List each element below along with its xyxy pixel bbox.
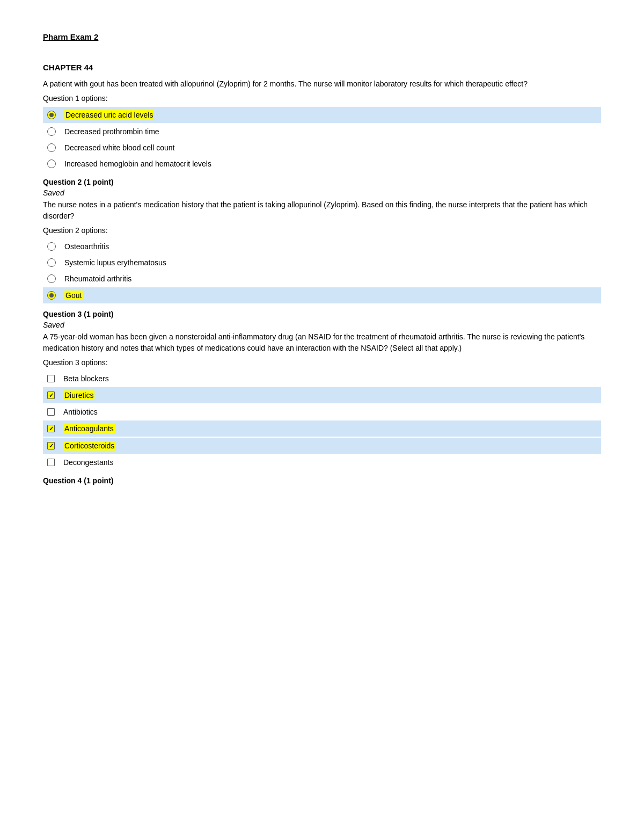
question3-option6-row[interactable]: Decongestants	[43, 455, 601, 470]
question1-radio1[interactable]	[47, 111, 56, 119]
question2-radio2[interactable]	[47, 258, 56, 267]
question3-option1-text: Beta blockers	[63, 374, 109, 383]
question2-radio3[interactable]	[47, 274, 56, 283]
question3-option2-row[interactable]: Diuretics	[43, 387, 601, 403]
question1-radio2[interactable]	[47, 127, 56, 136]
question3-text: A 75-year-old woman has been given a non…	[43, 331, 601, 354]
question3-option6-text: Decongestants	[63, 458, 113, 467]
question3-option1-row[interactable]: Beta blockers	[43, 371, 601, 386]
question3-header: Question 3 (1 point)	[43, 310, 601, 318]
question3-option3-text: Antibiotics	[63, 408, 98, 416]
question1-radio3[interactable]	[47, 143, 56, 152]
question3-checkbox3[interactable]	[47, 408, 55, 416]
question1-option2-row[interactable]: Decreased prothrombin time	[43, 124, 601, 139]
question3-option5-row[interactable]: Corticosteroids	[43, 438, 601, 454]
question3-option3-row[interactable]: Antibiotics	[43, 404, 601, 419]
question3-option4-text: Anticoagulants	[63, 424, 115, 433]
question2-header: Question 2 (1 point)	[43, 178, 601, 186]
question3-options-label: Question 3 options:	[43, 358, 601, 367]
question2-option1-row[interactable]: Osteoarthritis	[43, 239, 601, 254]
question1-options-label: Question 1 options:	[43, 94, 601, 103]
question2-radio1[interactable]	[47, 242, 56, 251]
question1-option3-text: Decreased white blood cell count	[64, 143, 174, 152]
question2-option3-text: Rheumatoid arthritis	[64, 274, 131, 283]
question1-option1-text: Decreased uric acid levels	[64, 110, 154, 120]
chapter-heading: CHAPTER 44	[43, 63, 601, 72]
question1-option4-row[interactable]: Increased hemoglobin and hematocrit leve…	[43, 156, 601, 171]
question3-options: Beta blockers Diuretics Antibiotics Anti…	[43, 371, 601, 470]
question1-option2-text: Decreased prothrombin time	[64, 127, 159, 136]
question3-checkbox1[interactable]	[47, 375, 55, 382]
question3-option5-text: Corticosteroids	[63, 441, 115, 451]
question3-checkbox4[interactable]	[47, 425, 55, 432]
question3-saved: Saved	[43, 321, 601, 329]
question4-header: Question 4 (1 point)	[43, 476, 601, 485]
page-title: Pharm Exam 2	[43, 32, 601, 41]
question1-options: Decreased uric acid levels Decreased pro…	[43, 107, 601, 171]
question2-option2-row[interactable]: Systemic lupus erythematosus	[43, 255, 601, 270]
question2-saved: Saved	[43, 188, 601, 197]
question2-option2-text: Systemic lupus erythematosus	[64, 258, 166, 267]
question2-option1-text: Osteoarthritis	[64, 242, 109, 251]
question2-text: The nurse notes in a patient's medicatio…	[43, 199, 601, 222]
question1-option4-text: Increased hemoglobin and hematocrit leve…	[64, 159, 211, 168]
question3-checkbox5[interactable]	[47, 442, 55, 449]
question2-radio4[interactable]	[47, 291, 56, 300]
question2-options: Osteoarthritis Systemic lupus erythemato…	[43, 239, 601, 303]
question2-option3-row[interactable]: Rheumatoid arthritis	[43, 271, 601, 286]
question3-option4-row[interactable]: Anticoagulants	[43, 420, 601, 437]
question1-radio4[interactable]	[47, 159, 56, 168]
question3-checkbox6[interactable]	[47, 459, 55, 466]
question2-options-label: Question 2 options:	[43, 226, 601, 235]
question3-checkbox2[interactable]	[47, 391, 55, 399]
question2-option4-text: Gout	[64, 291, 83, 300]
question3-option2-text: Diuretics	[63, 390, 94, 400]
question1-option3-row[interactable]: Decreased white blood cell count	[43, 140, 601, 155]
question1-option1-row[interactable]: Decreased uric acid levels	[43, 107, 601, 123]
question1-text: A patient with gout has been treated wit…	[43, 78, 601, 90]
question2-option4-row[interactable]: Gout	[43, 287, 601, 303]
